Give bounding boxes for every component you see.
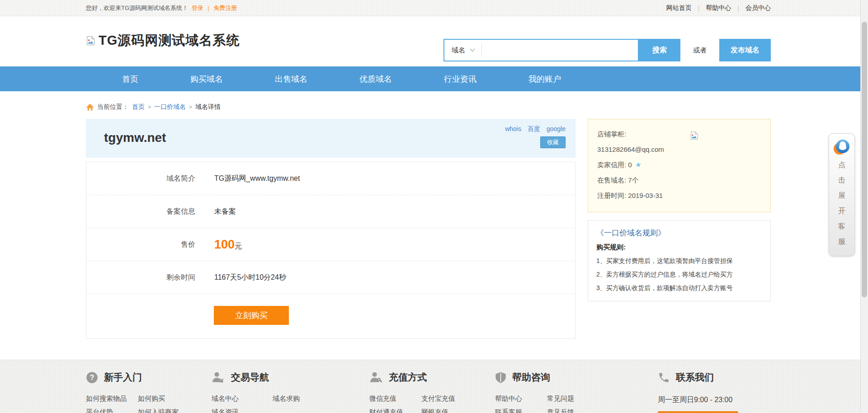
scrollbar-track[interactable]: [860, 0, 868, 413]
shield-icon: [495, 371, 506, 384]
page: 您好，欢迎来TG源码网测试域名系统！ 登录 | 免费注册 网站首页 | 帮助中心…: [0, 0, 868, 413]
detail-label: 剩余时间: [87, 273, 195, 282]
price-number: 100: [214, 238, 235, 251]
footer-link[interactable]: 网银充值: [421, 408, 473, 413]
topbar-link-separator: |: [698, 5, 700, 12]
footer-link[interactable]: 联系客服: [495, 408, 547, 413]
baidu-link[interactable]: 百度: [528, 125, 540, 133]
breadcrumb-separator: >: [148, 104, 151, 110]
seller-email: 3131282664@qq.com: [597, 142, 761, 157]
detail-label: 售价: [87, 240, 195, 249]
search-box: 域名: [443, 39, 639, 61]
nav-item-buy-domain[interactable]: 购买域名: [190, 74, 223, 84]
footer-link[interactable]: 财付通充值: [369, 408, 421, 413]
footer-col-help: 帮助咨询 帮助中心 常见问题 联系客服 意见反馈: [495, 370, 599, 413]
rules-subtitle: 购买规则:: [596, 240, 762, 254]
detail-label: 备案信息: [87, 207, 195, 216]
register-link[interactable]: 免费注册: [213, 5, 237, 11]
rules-item: 1、买家支付费用后，这笔款项暂由平台接管担保: [596, 254, 762, 268]
footer-col-title: 充值方式: [389, 371, 427, 384]
footer-col-title: 新手入门: [104, 371, 142, 384]
svg-text:¥: ¥: [220, 377, 224, 383]
breadcrumb-separator: >: [189, 104, 192, 110]
price-unit: 元: [235, 242, 242, 250]
price-value: 100元: [214, 238, 242, 252]
footer-link[interactable]: 域名中心: [212, 394, 273, 404]
nav-item-my-account[interactable]: 我的账户: [528, 74, 561, 84]
buy-now-button[interactable]: 立刻购买: [214, 306, 289, 325]
qq-service-icon: [833, 138, 851, 156]
detail-value: 未备案: [214, 207, 236, 216]
nav-item-home[interactable]: 首页: [122, 74, 138, 84]
footer-link[interactable]: 帮助中心: [495, 394, 547, 404]
search-category-value: 域名: [452, 46, 465, 55]
nav-item-sell-domain[interactable]: 出售域名: [275, 74, 307, 84]
service-widget-text: 点 击 展 开 客 服: [838, 160, 845, 247]
seller-registered-value: 2019-03-31: [628, 192, 663, 199]
topbar-separator: |: [208, 5, 209, 11]
search-category-select[interactable]: 域名: [444, 43, 482, 57]
login-link[interactable]: 登录: [192, 5, 203, 11]
topbar-link-help[interactable]: 帮助中心: [706, 4, 731, 12]
search-area: 域名 搜索 或者 发布域名: [443, 39, 771, 66]
footer-col-beginner: ? 新手入门 如何搜索物品 如何购买 平台优势 如何入驻商家: [86, 370, 190, 413]
sidebar: 店铺掌柜: 3131282664@qq.com 卖家信用: 0 ★: [588, 119, 771, 339]
customer-service-widget[interactable]: 点 击 展 开 客 服: [829, 133, 855, 256]
footer-link[interactable]: 常见问题: [547, 394, 599, 404]
whois-link[interactable]: whois: [505, 125, 521, 133]
recharge-icon: [369, 371, 383, 384]
footer-link[interactable]: 如何搜索物品: [86, 394, 138, 404]
footer-link[interactable]: 域名资讯: [212, 408, 273, 413]
home-icon: [86, 103, 94, 111]
detail-label: 域名简介: [87, 174, 195, 183]
footer-link[interactable]: 支付宝充值: [421, 394, 473, 404]
domain-title-card: tgymw.net whois 百度 google 收藏: [86, 119, 576, 158]
footer-link[interactable]: [273, 408, 334, 413]
trader-icon: ¥: [212, 371, 225, 384]
breadcrumb-home[interactable]: 首页: [132, 103, 145, 111]
nav-item-industry-news[interactable]: 行业资讯: [444, 74, 476, 84]
detail-row-price: 售价 100元: [87, 228, 575, 261]
search-button[interactable]: 搜索: [639, 39, 680, 61]
footer-link[interactable]: 意见反馈: [547, 408, 599, 413]
footer-link[interactable]: 微信充值: [369, 394, 421, 404]
footer-contact-button[interactable]: [658, 411, 738, 413]
breadcrumb: 当前位置： 首页 > 一口价域名 > 域名详情: [86, 100, 771, 114]
seller-avatar: [690, 131, 699, 141]
google-link[interactable]: google: [547, 125, 566, 133]
footer-link[interactable]: 如何购买: [138, 394, 190, 404]
footer-col-title: 联系我们: [676, 371, 714, 384]
seller-credit-label: 卖家信用:: [597, 161, 626, 169]
broken-image-icon: [86, 36, 96, 46]
footer-link[interactable]: 域名求购: [273, 394, 334, 404]
shopkeeper-label: 店铺掌柜:: [597, 127, 761, 142]
domain-detail-card: 域名简介 TG源码网_www.tgymw.net 备案信息 未备案 售价 100…: [86, 162, 576, 339]
footer-col-title: 交易导航: [231, 371, 269, 384]
footer-col-trade: ¥ 交易导航 域名中心 域名求购 域名资讯: [212, 370, 334, 413]
detail-value: 1167天5小时10分24秒: [214, 273, 286, 282]
publish-domain-button[interactable]: 发布域名: [719, 39, 771, 61]
or-text: 或者: [680, 39, 719, 61]
topbar: 您好，欢迎来TG源码网测试域名系统！ 登录 | 免费注册 网站首页 | 帮助中心…: [0, 0, 868, 16]
topbar-link-home[interactable]: 网站首页: [666, 4, 692, 12]
service-hours: 周一至周日9:00 - 23:00: [658, 395, 738, 405]
footer-link[interactable]: 如何入驻商家: [138, 408, 190, 413]
logo-text: TG源码网测试域名系统: [99, 32, 240, 50]
breadcrumb-buynow-domains[interactable]: 一口价域名: [154, 103, 186, 111]
topbar-link-member[interactable]: 会员中心: [745, 4, 771, 12]
rules-title-link[interactable]: 《一口价域名规则》: [596, 226, 762, 240]
site-logo[interactable]: TG源码网测试域名系统: [86, 31, 240, 51]
main-nav: 首页 购买域名 出售域名 优质域名 行业资讯 我的账户: [0, 66, 868, 91]
footer-col-contact: 联系我们 周一至周日9:00 - 23:00: [658, 370, 738, 413]
domain-detail-panel: tgymw.net whois 百度 google 收藏 域名简介 TG源码网_…: [86, 119, 576, 339]
search-input[interactable]: [482, 40, 638, 61]
nav-item-premium-domain[interactable]: 优质域名: [359, 74, 392, 84]
footer-link[interactable]: 平台优势: [86, 408, 138, 413]
seller-domains-value: 7个: [628, 176, 638, 184]
scrollbar-thumb[interactable]: [862, 22, 867, 297]
rules-item: 3、买方确认收货后，款项解冻自动打入卖方账号: [596, 281, 762, 295]
seller-registered: 注册时间: 2019-03-31: [597, 188, 761, 203]
favorite-button[interactable]: 收藏: [540, 136, 566, 148]
seller-registered-label: 注册时间:: [597, 192, 626, 199]
breadcrumb-label: 当前位置：: [97, 103, 129, 111]
